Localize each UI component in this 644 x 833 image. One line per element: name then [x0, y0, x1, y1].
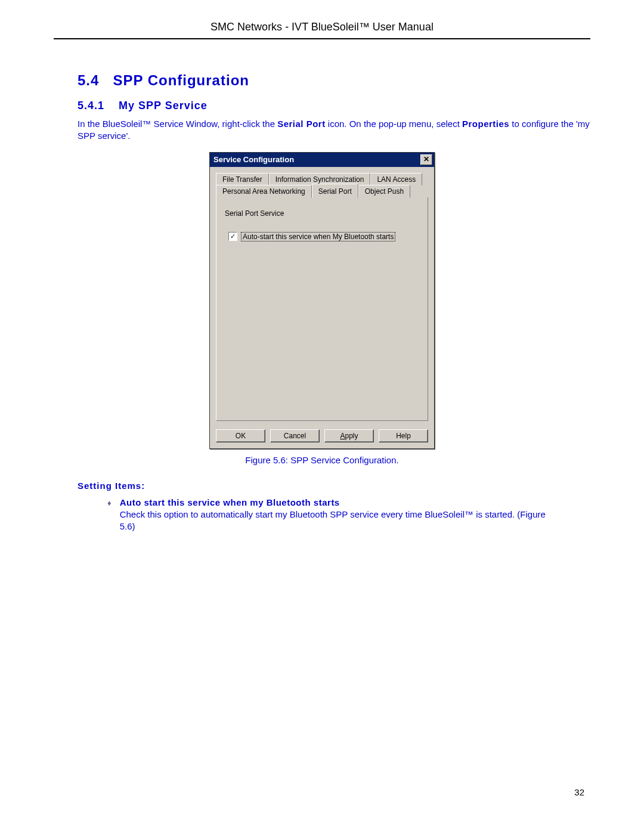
bullet-body: Auto start this service when my Bluetoot… [120, 497, 590, 533]
bullet-title: Auto start this service when my Bluetoot… [120, 497, 340, 507]
intro-text-1: In the BlueSoleil™ Service Window, right… [78, 119, 277, 129]
section-title: SPP Configuration [113, 72, 249, 88]
intro-serial-port: Serial Port [277, 119, 326, 129]
tab-serial-port[interactable]: Serial Port [312, 184, 358, 198]
close-button[interactable]: ✕ [420, 154, 432, 165]
group-label-serial-port-service: Serial Port Service [225, 209, 419, 218]
subsection-heading: 5.4.1 My SPP Service [78, 100, 590, 112]
subsection-title: My SPP Service [119, 100, 208, 112]
apply-underline: A [340, 432, 345, 440]
setting-items-label: Setting Items: [78, 481, 590, 491]
apply-rest: pply [345, 432, 358, 440]
apply-button[interactable]: Apply [324, 429, 374, 442]
bullet-marker-icon: ♦ [107, 497, 112, 533]
tab-personal-area-networking[interactable]: Personal Area Networking [216, 185, 312, 198]
checkbox-autostart[interactable]: ✓ [228, 232, 237, 241]
cancel-button[interactable]: Cancel [270, 429, 320, 442]
dialog-titlebar: Service Configuration ✕ [210, 153, 434, 167]
section-number: 5.4 [78, 72, 99, 88]
service-configuration-dialog: Service Configuration ✕ File Transfer In… [209, 152, 435, 449]
intro-properties: Properties [462, 119, 509, 129]
intro-paragraph: In the BlueSoleil™ Service Window, right… [78, 118, 590, 143]
page-header-title: SMC Networks - IVT BlueSoleil™ User Manu… [54, 21, 590, 38]
header-rule [54, 38, 590, 39]
tab-lan-access[interactable]: LAN Access [370, 173, 422, 185]
intro-text-2: icon. On the pop-up menu, select [326, 119, 462, 129]
checkbox-row-autostart: ✓ Auto-start this service when My Blueto… [228, 232, 419, 241]
figure-caption: Figure 5.6: SPP Service Configuration. [54, 455, 590, 465]
dialog-button-row: OK Cancel Apply Help [210, 425, 434, 448]
tabs-row-front: Personal Area Networking Serial Port Obj… [216, 185, 428, 198]
tab-panel-serial-port: Serial Port Service ✓ Auto-start this se… [216, 197, 428, 421]
section-heading: 5.4 SPP Configuration [78, 72, 590, 89]
page-number: 32 [574, 787, 584, 797]
help-button[interactable]: Help [379, 429, 428, 442]
dialog-title: Service Configuration [213, 155, 294, 164]
subsection-number: 5.4.1 [78, 100, 104, 112]
ok-button[interactable]: OK [216, 429, 265, 442]
bullet-item-autostart: ♦ Auto start this service when my Blueto… [107, 497, 590, 533]
checkbox-label-autostart: Auto-start this service when My Bluetoot… [241, 232, 395, 241]
figure-container: Service Configuration ✕ File Transfer In… [54, 152, 590, 449]
check-icon: ✓ [230, 233, 236, 240]
close-icon: ✕ [423, 155, 429, 163]
bullet-text: Check this option to automatically start… [120, 509, 546, 531]
tab-object-push[interactable]: Object Push [358, 185, 410, 198]
tabs-area: File Transfer Information Synchronizatio… [210, 167, 434, 425]
tab-file-transfer[interactable]: File Transfer [216, 173, 269, 185]
